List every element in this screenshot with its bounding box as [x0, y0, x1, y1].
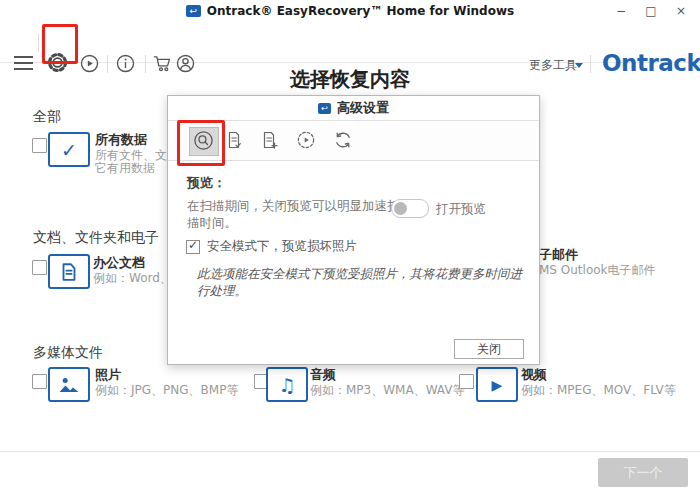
video-checkbox[interactable]: [459, 374, 474, 389]
window-title: Ontrack® EasyRecovery™ Home for Windows: [207, 4, 514, 18]
preview-toggle-label: 打开预览: [436, 201, 486, 218]
dialog-app-icon: ↩: [318, 103, 331, 114]
audio-icon[interactable]: ♫: [266, 367, 308, 402]
next-button[interactable]: 下一个: [598, 458, 688, 487]
safe-mode-label: 安全模式下，预览损坏照片: [207, 238, 357, 255]
video-desc: 例如：MPEG、MOV、FLV等: [521, 382, 676, 399]
preview-section-heading: 预览：: [187, 174, 226, 192]
all-data-desc-line2: 它有用数据: [95, 160, 155, 177]
toggle-knob: [394, 202, 407, 215]
section-title-documents: 文档、文件夹和电子: [33, 229, 159, 247]
section-title-multimedia: 多媒体文件: [33, 344, 103, 362]
refresh-tab-icon[interactable]: [332, 129, 354, 151]
close-button[interactable]: ×: [666, 0, 696, 22]
safe-mode-checkbox[interactable]: ✓: [186, 240, 200, 254]
preview-description: 在扫描期间，关闭预览可以明显加速扫 描时间。: [187, 197, 400, 231]
photo-icon[interactable]: [48, 367, 90, 402]
check-icon: ✓: [61, 139, 77, 161]
file-check-tab-icon[interactable]: [223, 129, 245, 151]
main-toolbar: 更多工具 Ontrack·: [0, 22, 700, 63]
music-note-icon: ♫: [278, 374, 295, 396]
dialog-titlebar: ↩ 高级设置: [168, 96, 539, 121]
dialog-close-button[interactable]: 关闭: [454, 339, 524, 359]
preview-toggle[interactable]: [391, 199, 429, 218]
photo-desc: 例如：JPG、PNG、BMP等: [95, 382, 238, 399]
file-add-tab-icon[interactable]: [258, 129, 280, 151]
maximize-button[interactable]: □: [636, 0, 666, 22]
all-data-icon[interactable]: ✓: [48, 132, 90, 167]
checkmark-icon: ✓: [188, 238, 198, 252]
office-doc-icon[interactable]: [48, 254, 90, 289]
office-doc-desc: 例如：Word、: [93, 270, 172, 287]
office-doc-checkbox[interactable]: [32, 260, 47, 275]
annotation-box-gear: [42, 24, 78, 64]
email-desc-partial: MS Outlook电子邮件: [539, 262, 656, 279]
photo-checkbox[interactable]: [32, 374, 47, 389]
safe-mode-note: 此选项能在安全模式下预览受损照片，其将花费更多时间进行处理。: [197, 266, 527, 300]
restore-tab-icon[interactable]: [295, 129, 317, 151]
dialog-title: 高级设置: [337, 99, 389, 117]
annotation-box-preview: [177, 120, 225, 166]
window-titlebar: ↩ Ontrack® EasyRecovery™ Home for Window…: [0, 0, 700, 22]
preview-description-line1: 在扫描期间，关闭预览可以明显加速扫: [187, 197, 400, 214]
window-title-group: ↩ Ontrack® EasyRecovery™ Home for Window…: [0, 0, 700, 22]
play-icon: ▶: [492, 377, 503, 393]
section-title-all: 全部: [33, 108, 61, 126]
page-title: 选择恢复内容: [0, 66, 700, 93]
minimize-button[interactable]: −: [606, 0, 636, 22]
bottom-divider: [0, 451, 700, 452]
app-icon: ↩: [186, 5, 201, 17]
toolbar-separator: [38, 34, 39, 52]
all-data-checkbox[interactable]: [32, 138, 47, 153]
video-icon[interactable]: ▶: [476, 367, 518, 402]
audio-desc: 例如：MP3、WMA、WAV等: [310, 382, 465, 399]
preview-description-line2: 描时间。: [187, 214, 400, 231]
